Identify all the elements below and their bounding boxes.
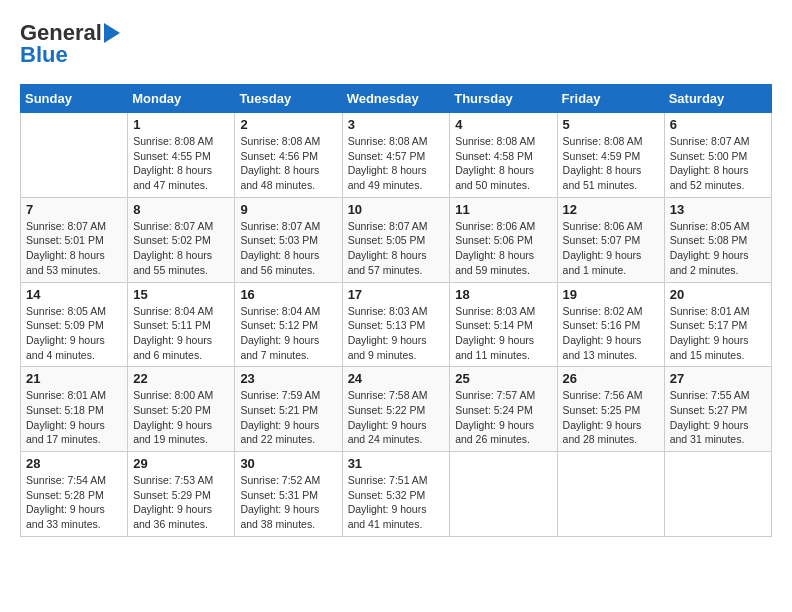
day-number: 11	[455, 202, 551, 217]
day-number: 12	[563, 202, 659, 217]
calendar-cell: 27Sunrise: 7:55 AMSunset: 5:27 PMDayligh…	[664, 367, 771, 452]
day-info: Sunrise: 8:06 AMSunset: 5:06 PMDaylight:…	[455, 219, 551, 278]
day-number: 18	[455, 287, 551, 302]
day-info: Sunrise: 8:00 AMSunset: 5:20 PMDaylight:…	[133, 388, 229, 447]
calendar-week-4: 21Sunrise: 8:01 AMSunset: 5:18 PMDayligh…	[21, 367, 772, 452]
page-header: General Blue	[20, 20, 772, 68]
day-number: 7	[26, 202, 122, 217]
day-info: Sunrise: 8:08 AMSunset: 4:55 PMDaylight:…	[133, 134, 229, 193]
calendar-table: SundayMondayTuesdayWednesdayThursdayFrid…	[20, 84, 772, 537]
day-number: 27	[670, 371, 766, 386]
calendar-cell: 19Sunrise: 8:02 AMSunset: 5:16 PMDayligh…	[557, 282, 664, 367]
day-info: Sunrise: 8:03 AMSunset: 5:13 PMDaylight:…	[348, 304, 445, 363]
day-info: Sunrise: 7:53 AMSunset: 5:29 PMDaylight:…	[133, 473, 229, 532]
calendar-cell: 28Sunrise: 7:54 AMSunset: 5:28 PMDayligh…	[21, 452, 128, 537]
day-number: 26	[563, 371, 659, 386]
day-info: Sunrise: 8:05 AMSunset: 5:08 PMDaylight:…	[670, 219, 766, 278]
calendar-week-3: 14Sunrise: 8:05 AMSunset: 5:09 PMDayligh…	[21, 282, 772, 367]
day-info: Sunrise: 7:55 AMSunset: 5:27 PMDaylight:…	[670, 388, 766, 447]
day-info: Sunrise: 8:03 AMSunset: 5:14 PMDaylight:…	[455, 304, 551, 363]
day-number: 16	[240, 287, 336, 302]
calendar-cell: 26Sunrise: 7:56 AMSunset: 5:25 PMDayligh…	[557, 367, 664, 452]
calendar-cell: 7Sunrise: 8:07 AMSunset: 5:01 PMDaylight…	[21, 197, 128, 282]
calendar-cell: 29Sunrise: 7:53 AMSunset: 5:29 PMDayligh…	[128, 452, 235, 537]
calendar-cell: 17Sunrise: 8:03 AMSunset: 5:13 PMDayligh…	[342, 282, 450, 367]
day-info: Sunrise: 8:07 AMSunset: 5:01 PMDaylight:…	[26, 219, 122, 278]
day-info: Sunrise: 8:04 AMSunset: 5:12 PMDaylight:…	[240, 304, 336, 363]
calendar-cell	[450, 452, 557, 537]
calendar-cell: 3Sunrise: 8:08 AMSunset: 4:57 PMDaylight…	[342, 113, 450, 198]
day-number: 28	[26, 456, 122, 471]
day-number: 15	[133, 287, 229, 302]
day-info: Sunrise: 8:02 AMSunset: 5:16 PMDaylight:…	[563, 304, 659, 363]
calendar-cell: 11Sunrise: 8:06 AMSunset: 5:06 PMDayligh…	[450, 197, 557, 282]
day-number: 19	[563, 287, 659, 302]
day-number: 10	[348, 202, 445, 217]
day-info: Sunrise: 8:08 AMSunset: 4:59 PMDaylight:…	[563, 134, 659, 193]
calendar-cell: 18Sunrise: 8:03 AMSunset: 5:14 PMDayligh…	[450, 282, 557, 367]
calendar-cell	[664, 452, 771, 537]
day-info: Sunrise: 8:08 AMSunset: 4:56 PMDaylight:…	[240, 134, 336, 193]
day-info: Sunrise: 7:52 AMSunset: 5:31 PMDaylight:…	[240, 473, 336, 532]
header-monday: Monday	[128, 85, 235, 113]
calendar-cell: 5Sunrise: 8:08 AMSunset: 4:59 PMDaylight…	[557, 113, 664, 198]
day-info: Sunrise: 8:07 AMSunset: 5:05 PMDaylight:…	[348, 219, 445, 278]
calendar-cell: 1Sunrise: 8:08 AMSunset: 4:55 PMDaylight…	[128, 113, 235, 198]
day-info: Sunrise: 8:07 AMSunset: 5:02 PMDaylight:…	[133, 219, 229, 278]
day-number: 14	[26, 287, 122, 302]
calendar-cell: 30Sunrise: 7:52 AMSunset: 5:31 PMDayligh…	[235, 452, 342, 537]
calendar-cell: 9Sunrise: 8:07 AMSunset: 5:03 PMDaylight…	[235, 197, 342, 282]
calendar-week-1: 1Sunrise: 8:08 AMSunset: 4:55 PMDaylight…	[21, 113, 772, 198]
day-info: Sunrise: 8:05 AMSunset: 5:09 PMDaylight:…	[26, 304, 122, 363]
calendar-cell: 25Sunrise: 7:57 AMSunset: 5:24 PMDayligh…	[450, 367, 557, 452]
day-number: 20	[670, 287, 766, 302]
day-number: 3	[348, 117, 445, 132]
day-number: 21	[26, 371, 122, 386]
day-number: 17	[348, 287, 445, 302]
day-info: Sunrise: 7:57 AMSunset: 5:24 PMDaylight:…	[455, 388, 551, 447]
calendar-week-2: 7Sunrise: 8:07 AMSunset: 5:01 PMDaylight…	[21, 197, 772, 282]
header-saturday: Saturday	[664, 85, 771, 113]
calendar-cell: 22Sunrise: 8:00 AMSunset: 5:20 PMDayligh…	[128, 367, 235, 452]
day-number: 25	[455, 371, 551, 386]
calendar-cell: 21Sunrise: 8:01 AMSunset: 5:18 PMDayligh…	[21, 367, 128, 452]
day-info: Sunrise: 8:08 AMSunset: 4:58 PMDaylight:…	[455, 134, 551, 193]
day-number: 6	[670, 117, 766, 132]
calendar-cell: 8Sunrise: 8:07 AMSunset: 5:02 PMDaylight…	[128, 197, 235, 282]
day-number: 30	[240, 456, 336, 471]
calendar-cell: 4Sunrise: 8:08 AMSunset: 4:58 PMDaylight…	[450, 113, 557, 198]
calendar-cell	[21, 113, 128, 198]
calendar-cell: 15Sunrise: 8:04 AMSunset: 5:11 PMDayligh…	[128, 282, 235, 367]
day-info: Sunrise: 8:07 AMSunset: 5:00 PMDaylight:…	[670, 134, 766, 193]
calendar-cell: 24Sunrise: 7:58 AMSunset: 5:22 PMDayligh…	[342, 367, 450, 452]
calendar-header-row: SundayMondayTuesdayWednesdayThursdayFrid…	[21, 85, 772, 113]
day-number: 13	[670, 202, 766, 217]
day-number: 5	[563, 117, 659, 132]
day-info: Sunrise: 7:56 AMSunset: 5:25 PMDaylight:…	[563, 388, 659, 447]
calendar-cell: 10Sunrise: 8:07 AMSunset: 5:05 PMDayligh…	[342, 197, 450, 282]
logo-arrow-icon	[104, 23, 120, 43]
day-number: 9	[240, 202, 336, 217]
day-number: 8	[133, 202, 229, 217]
day-number: 2	[240, 117, 336, 132]
calendar-cell: 14Sunrise: 8:05 AMSunset: 5:09 PMDayligh…	[21, 282, 128, 367]
calendar-cell: 12Sunrise: 8:06 AMSunset: 5:07 PMDayligh…	[557, 197, 664, 282]
day-number: 4	[455, 117, 551, 132]
day-number: 24	[348, 371, 445, 386]
calendar-cell: 23Sunrise: 7:59 AMSunset: 5:21 PMDayligh…	[235, 367, 342, 452]
header-friday: Friday	[557, 85, 664, 113]
day-info: Sunrise: 7:54 AMSunset: 5:28 PMDaylight:…	[26, 473, 122, 532]
day-number: 31	[348, 456, 445, 471]
day-info: Sunrise: 8:08 AMSunset: 4:57 PMDaylight:…	[348, 134, 445, 193]
calendar-cell: 16Sunrise: 8:04 AMSunset: 5:12 PMDayligh…	[235, 282, 342, 367]
day-number: 1	[133, 117, 229, 132]
calendar-cell: 31Sunrise: 7:51 AMSunset: 5:32 PMDayligh…	[342, 452, 450, 537]
calendar-week-5: 28Sunrise: 7:54 AMSunset: 5:28 PMDayligh…	[21, 452, 772, 537]
header-wednesday: Wednesday	[342, 85, 450, 113]
day-info: Sunrise: 8:01 AMSunset: 5:17 PMDaylight:…	[670, 304, 766, 363]
day-number: 22	[133, 371, 229, 386]
calendar-cell: 6Sunrise: 8:07 AMSunset: 5:00 PMDaylight…	[664, 113, 771, 198]
calendar-cell: 13Sunrise: 8:05 AMSunset: 5:08 PMDayligh…	[664, 197, 771, 282]
calendar-cell: 2Sunrise: 8:08 AMSunset: 4:56 PMDaylight…	[235, 113, 342, 198]
header-sunday: Sunday	[21, 85, 128, 113]
